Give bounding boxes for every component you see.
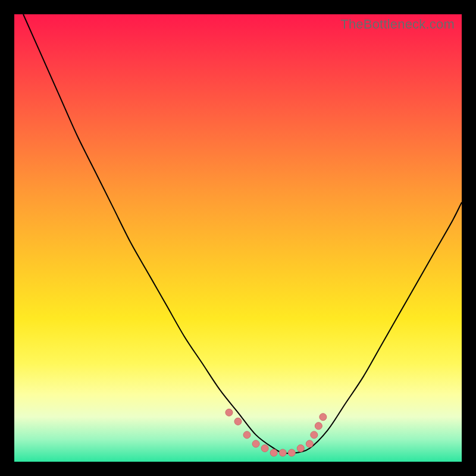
highlight-marker <box>243 431 250 439</box>
chart-plot-area: TheBottleneck.com <box>14 14 462 462</box>
highlight-marker <box>297 444 304 452</box>
highlight-marker <box>270 449 277 456</box>
highlight-marker <box>252 440 259 447</box>
highlight-marker <box>261 444 268 452</box>
highlight-marker <box>279 449 286 456</box>
bottleneck-curve <box>23 14 462 453</box>
highlight-marker <box>311 431 318 439</box>
highlight-marker <box>226 409 233 416</box>
highlight-marker <box>306 440 313 447</box>
highlight-marker <box>234 418 242 425</box>
chart-svg <box>14 14 462 462</box>
highlight-marker <box>315 422 322 430</box>
highlight-marker <box>288 449 295 456</box>
highlight-marker <box>320 414 327 421</box>
